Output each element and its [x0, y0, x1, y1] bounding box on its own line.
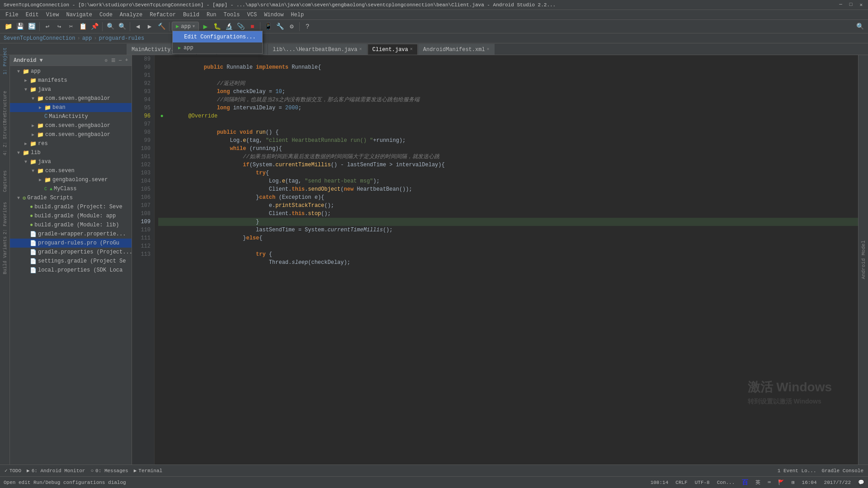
- context-label[interactable]: Con...: [717, 480, 735, 485]
- project-collapse-button[interactable]: —: [119, 58, 122, 63]
- attach-button[interactable]: 📎: [235, 21, 246, 32]
- todo-tab[interactable]: ✓ TODO: [2, 465, 24, 476]
- tree-myclass[interactable]: C ▲ MyClass: [10, 184, 132, 193]
- tree-app[interactable]: ▼ 📁 app: [10, 67, 132, 76]
- bc-root[interactable]: SevenTcpLongConnection: [4, 35, 75, 42]
- project-expand-button[interactable]: +: [125, 58, 128, 63]
- sync-button[interactable]: 🔄: [26, 21, 37, 32]
- event-log-tab[interactable]: 1 Event Lo...: [775, 465, 819, 476]
- captures-icon[interactable]: Captures: [1, 177, 9, 185]
- menu-help[interactable]: Help: [287, 11, 307, 19]
- menu-navigate[interactable]: Navigate: [62, 11, 96, 19]
- keyboard-icon[interactable]: ⌨: [768, 479, 771, 485]
- paste-button[interactable]: 📌: [89, 21, 100, 32]
- tab-close-client-java[interactable]: ×: [410, 47, 413, 52]
- menu-window[interactable]: Window: [260, 11, 287, 19]
- cut-button[interactable]: ✂: [66, 21, 76, 32]
- terminal-tab[interactable]: ▶ Terminal: [131, 465, 165, 476]
- tree-gradle-wrapper[interactable]: 📄 gradle-wrapper.propertie...: [10, 230, 132, 239]
- bc-file[interactable]: proguard-rules: [99, 35, 144, 42]
- global-search-button[interactable]: 🔍: [854, 21, 865, 32]
- replace-button[interactable]: 🔍: [117, 21, 127, 32]
- open-button[interactable]: 📁: [3, 21, 14, 32]
- tree-java[interactable]: ▼ 📁 java: [10, 85, 132, 94]
- app-config-item[interactable]: ▶ app: [173, 42, 262, 53]
- android-monitor-tab[interactable]: ▶ 6: Android Monitor: [24, 465, 88, 476]
- forward-nav-button[interactable]: ▶: [144, 21, 155, 32]
- tree-com-seven[interactable]: ▼ 📁 com.seven: [10, 166, 132, 175]
- build-button[interactable]: 🔨: [156, 21, 167, 32]
- tree-settings-gradle[interactable]: 📄 settings.gradle (Project Se: [10, 257, 132, 266]
- maximize-button[interactable]: □: [848, 2, 854, 8]
- baidu-icon[interactable]: 百: [742, 479, 748, 487]
- edit-configurations-item[interactable]: ✎ Edit Configurations...: [173, 31, 262, 42]
- tree-proguard[interactable]: 📄 proguard-rules.pro (ProGu: [10, 239, 132, 248]
- tree-gengbaolong[interactable]: ▶ 📁 gengbaolong.sever: [10, 175, 132, 184]
- run-config-selector[interactable]: ▶ app ▼ ✎ Edit Configurations... ▶ app: [172, 22, 199, 31]
- tab-lib-----heartbeatbean-java[interactable]: lib\...\HeartbeatBean.java×: [268, 44, 367, 55]
- undo-button[interactable]: ↩: [42, 21, 53, 32]
- notification-icon[interactable]: 💬: [858, 479, 864, 485]
- language-label[interactable]: 英: [755, 479, 760, 486]
- build-variants-icon[interactable]: Build Variants: [1, 251, 9, 259]
- structure-icon[interactable]: 7: Structure: [1, 103, 9, 111]
- tree-build-gradle-project[interactable]: ● build.gradle (Project: Seve: [10, 202, 132, 211]
- sdk-button[interactable]: 🔧: [274, 21, 285, 32]
- menu-view[interactable]: View: [42, 11, 63, 19]
- favorites-icon[interactable]: 2: Favorites: [1, 214, 9, 222]
- redo-button[interactable]: ↪: [54, 21, 65, 32]
- z-structure-icon[interactable]: 4: Z: Structure: [1, 131, 9, 139]
- close-button[interactable]: ✕: [858, 2, 864, 8]
- line-endings[interactable]: CRLF: [675, 480, 687, 485]
- code-editor[interactable]: public Runnable implements Runnable{ //返…: [155, 55, 862, 465]
- menu-analyze[interactable]: Analyze: [116, 11, 146, 19]
- tree-res[interactable]: ▶ 📁 res: [10, 139, 132, 148]
- back-nav-button[interactable]: ◀: [132, 21, 143, 32]
- tree-mainactivity[interactable]: C MainActivity: [10, 112, 132, 121]
- tree-lib[interactable]: ▼ 📁 lib: [10, 148, 132, 157]
- project-filter-button[interactable]: ☰: [111, 58, 115, 63]
- save-button[interactable]: 💾: [14, 21, 25, 32]
- cursor-position[interactable]: 108:14: [651, 480, 669, 485]
- tree-pkg1[interactable]: ▼ 📁 com.seven.gengbaolor: [10, 94, 132, 103]
- tree-lib-java[interactable]: ▼ 📁 java: [10, 157, 132, 166]
- tab-close-lib-----heartbeatbean-java[interactable]: ×: [359, 47, 362, 52]
- tree-build-gradle-app[interactable]: ● build.gradle (Module: app: [10, 211, 132, 221]
- flag-icon[interactable]: 🚩: [778, 479, 784, 485]
- minimize-button[interactable]: ─: [837, 2, 844, 8]
- test-button[interactable]: 🔬: [223, 21, 234, 32]
- stop-button[interactable]: ■: [247, 21, 258, 32]
- tree-gradle-properties[interactable]: 📄 gradle.properties (Project...: [10, 248, 132, 257]
- find-button[interactable]: 🔍: [105, 21, 116, 32]
- avd-button[interactable]: 📱: [263, 21, 274, 32]
- tree-bean[interactable]: ▶ 📁 bean: [10, 103, 132, 112]
- menu-build[interactable]: Build: [179, 11, 203, 19]
- more-button[interactable]: ⚙: [286, 21, 297, 32]
- expand-icon[interactable]: ⊞: [792, 479, 795, 485]
- help-button[interactable]: ?: [302, 21, 313, 32]
- project-icon[interactable]: 1: Project: [1, 57, 9, 65]
- menu-vcs[interactable]: VCS: [244, 11, 261, 19]
- project-settings-button[interactable]: ⚙: [105, 58, 108, 63]
- tree-local-properties[interactable]: 📄 local.properties (SDK Loca: [10, 266, 132, 275]
- tab-close-androidmanifest-xml[interactable]: ×: [487, 47, 490, 52]
- tree-manifests[interactable]: ▶ 📁 manifests: [10, 76, 132, 85]
- menu-tools[interactable]: Tools: [220, 11, 244, 19]
- run-button[interactable]: ▶: [200, 21, 211, 32]
- gradle-console-tab[interactable]: Gradle Console: [819, 465, 866, 476]
- menu-refactor[interactable]: Refactor: [146, 11, 179, 19]
- tab-client-java[interactable]: Client.java×: [368, 44, 418, 55]
- tree-pkg2[interactable]: ▶ 📁 com.seven.gengbaolor: [10, 121, 132, 130]
- debug-button[interactable]: 🐛: [212, 21, 222, 32]
- menu-file[interactable]: File: [2, 11, 22, 19]
- tree-pkg3[interactable]: ▶ 📁 com.seven.gengbaolor: [10, 130, 132, 139]
- tree-gradle-scripts[interactable]: ▼ ⚙ Gradle Scripts: [10, 193, 132, 202]
- menu-code[interactable]: Code: [96, 11, 116, 19]
- messages-tab[interactable]: ○ 0: Messages: [88, 465, 131, 476]
- menu-run[interactable]: Run: [203, 11, 220, 19]
- charset-label[interactable]: UTF-8: [695, 480, 710, 485]
- menu-edit[interactable]: Edit: [22, 11, 42, 19]
- tree-build-gradle-lib[interactable]: ● build.gradle (Module: lib): [10, 221, 132, 230]
- tab-androidmanifest-xml[interactable]: AndroidManifest.xml×: [418, 44, 495, 55]
- android-model-label[interactable]: Android Model: [861, 240, 866, 279]
